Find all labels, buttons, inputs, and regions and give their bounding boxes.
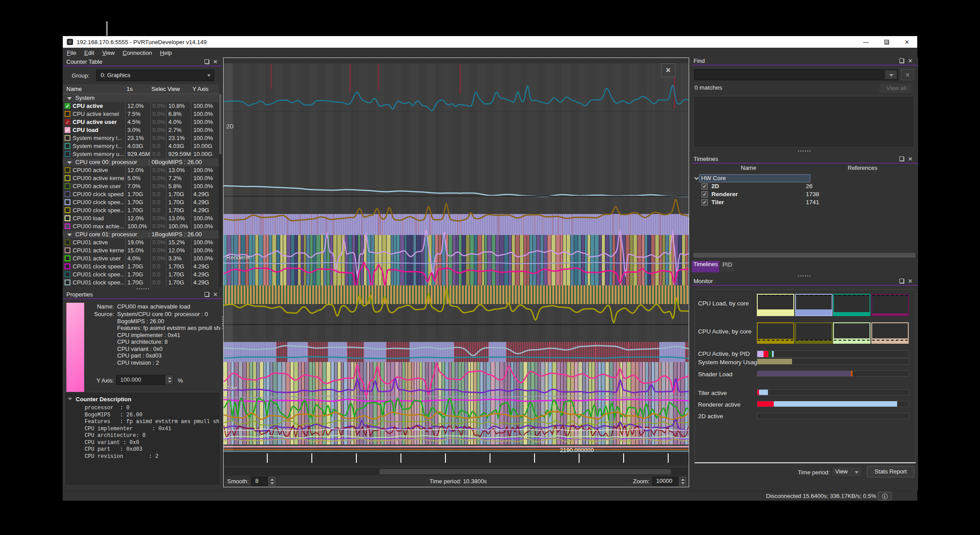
find-input[interactable] xyxy=(694,69,898,80)
timeline-row-2d[interactable]: ✓2D26 xyxy=(692,182,918,190)
counter-row[interactable]: CPU00 active12.0%0.0%13.0%100.0% xyxy=(63,166,219,174)
counter-checkbox[interactable] xyxy=(65,143,70,149)
float-icon[interactable] xyxy=(899,58,904,63)
close-icon[interactable]: ✕ xyxy=(908,156,913,161)
close-icon[interactable]: ✕ xyxy=(213,59,218,64)
find-clear-button[interactable]: ✕ xyxy=(901,69,914,80)
counter-checkbox[interactable] xyxy=(65,255,70,261)
counter-row[interactable]: CPU00 clock spee...1.70G0.01.70G4.29G xyxy=(63,206,219,214)
graph-area[interactable]: 2D Renderer Tiler ✕ 2190.000000 Smooth: … xyxy=(223,58,689,487)
tab-pid[interactable]: PID xyxy=(720,261,735,272)
timeline-checkbox[interactable]: ✓ xyxy=(702,199,708,206)
counter-checkbox[interactable] xyxy=(65,183,70,189)
zoom-input[interactable]: 10000 xyxy=(652,477,679,486)
counter-checkbox[interactable] xyxy=(65,239,70,245)
counter-checkbox[interactable] xyxy=(65,167,70,173)
menu-file[interactable]: File xyxy=(63,49,80,56)
counter-group-row[interactable]: CPU core 00: processor: 0BogoMIPS : 26.0… xyxy=(63,158,219,166)
timelines-scrollbar[interactable] xyxy=(693,252,917,258)
close-icon[interactable]: ✕ xyxy=(908,58,913,63)
time-period-combobox[interactable]: View xyxy=(831,467,862,477)
counter-row[interactable]: System memory u...929.45M0.0929.59M10.00… xyxy=(63,150,219,158)
counter-checkbox[interactable]: ✓ xyxy=(65,103,70,109)
timeline-checkbox[interactable]: ✓ xyxy=(702,183,708,189)
smooth-input[interactable]: 8 xyxy=(251,477,268,486)
splitter-handle[interactable]: •••••• xyxy=(220,316,225,330)
float-icon[interactable] xyxy=(204,292,209,297)
splitter-handle[interactable]: •••••• xyxy=(798,274,812,278)
tree-row-hwcore[interactable]: HW Core xyxy=(692,174,918,182)
close-button[interactable]: ✕ xyxy=(897,36,917,48)
close-icon[interactable]: ✕ xyxy=(213,292,218,297)
counter-row[interactable]: CPU01 clock spee...1.70G0.01.70G4.29G xyxy=(63,271,219,279)
timeline-row-renderer[interactable]: ✓Renderer1738 xyxy=(692,190,918,198)
counter-checkbox[interactable] xyxy=(65,199,70,205)
view-all-button[interactable]: View all xyxy=(879,83,914,94)
time-ruler[interactable] xyxy=(224,452,689,465)
counter-row[interactable]: System memory l...23.1%0.0%23.1%100.0% xyxy=(63,134,219,142)
zoom-spinner[interactable] xyxy=(679,477,686,486)
menu-connection[interactable]: Connection xyxy=(118,49,156,56)
yaxis-input[interactable]: 100.000 xyxy=(116,375,173,385)
collapse-triangle-icon[interactable] xyxy=(68,398,72,400)
counter-row[interactable]: ✓CPU load3.0%0.0%2.7%100.0% xyxy=(63,126,219,134)
counter-row[interactable]: CPU01 clock speed1.70G0.01.70G4.29G xyxy=(63,263,219,271)
minimize-button[interactable]: — xyxy=(856,36,876,48)
counter-checkbox[interactable] xyxy=(65,215,70,221)
counter-row[interactable]: CPU00 clock spee...1.70G0.01.70G4.29G xyxy=(63,198,219,206)
counter-row[interactable]: CPU01 active kernel15.0%0.0%12.0%100.0% xyxy=(63,247,219,255)
counter-checkbox[interactable] xyxy=(65,223,70,229)
counter-group-row[interactable]: System xyxy=(63,94,219,102)
chevron-down-icon[interactable] xyxy=(885,70,897,79)
float-icon[interactable] xyxy=(899,156,904,161)
restore-button[interactable] xyxy=(876,36,897,48)
counter-row[interactable]: CPU00 active kernel5.0%0.0%7.2%100.0% xyxy=(63,174,219,182)
timeline-row-tiler[interactable]: ✓Tiler1741 xyxy=(692,198,918,206)
counter-checkbox[interactable] xyxy=(65,175,70,181)
counter-row[interactable]: CPU01 active19.0%0.0%15.2%100.0% xyxy=(63,239,219,247)
counter-row[interactable]: System memory t...4.03G0.04.03G10.00G xyxy=(63,142,219,150)
counter-row[interactable]: ✓CPU active12.0%0.0%10.8%100.0% xyxy=(63,102,219,110)
counter-checkbox[interactable] xyxy=(65,135,70,141)
counter-row[interactable]: CPU00 clock speed1.70G0.01.70G4.29G xyxy=(63,190,219,198)
timeline-checkbox[interactable]: ✓ xyxy=(702,191,708,198)
counter-checkbox[interactable] xyxy=(65,151,70,157)
counter-row[interactable]: CPU00 max achie...100.0%0.0%100.0%100.0% xyxy=(63,222,219,230)
splitter-handle[interactable]: •••••• xyxy=(136,287,150,291)
counter-row[interactable]: CPU00 load12.0%0.0%13.0%100.0% xyxy=(63,214,219,222)
yaxis-spinner[interactable] xyxy=(166,375,173,384)
table-header[interactable]: Name 1s Selec View Y Axis xyxy=(63,84,219,94)
counter-row[interactable]: ✓CPU active user4.5%0.0%4.0%100.0% xyxy=(63,118,219,126)
counter-row[interactable]: CPU active kernel7.5%0.0%6.8%100.0% xyxy=(63,110,219,118)
timelines-header[interactable]: Name References xyxy=(692,165,918,173)
counter-checkbox[interactable] xyxy=(65,111,70,117)
splitter-handle[interactable]: •••••• xyxy=(798,149,812,153)
table-scrollbar[interactable] xyxy=(219,94,222,287)
counter-checkbox[interactable] xyxy=(65,263,70,269)
tab-timelines[interactable]: Timelines xyxy=(692,261,719,272)
menu-help[interactable]: Help xyxy=(156,49,176,56)
float-icon[interactable] xyxy=(204,59,209,64)
counter-group-row[interactable]: CPU core 01: processor: 1BogoMIPS : 26.0… xyxy=(63,230,219,239)
graph-hscrollbar[interactable] xyxy=(225,468,687,475)
graph-close-button[interactable]: ✕ xyxy=(661,63,675,77)
smooth-spinner[interactable] xyxy=(268,477,275,486)
close-icon[interactable]: ✕ xyxy=(908,279,913,284)
counter-checkbox[interactable] xyxy=(65,207,70,213)
chevron-expanded-icon[interactable] xyxy=(694,176,699,180)
counter-row[interactable]: CPU01 clock spee...1.70G0.01.70G4.29G xyxy=(63,279,219,287)
counter-checkbox[interactable]: ✓ xyxy=(65,127,70,133)
counter-row[interactable]: CPU00 active user7.0%0.0%5.8%100.0% xyxy=(63,182,219,190)
find-results-list[interactable] xyxy=(694,96,915,148)
counter-checkbox[interactable]: ✓ xyxy=(65,119,70,125)
menu-edit[interactable]: Edit xyxy=(80,49,98,56)
float-icon[interactable] xyxy=(899,279,904,284)
info-button[interactable]: i xyxy=(878,492,891,501)
stats-report-button[interactable]: Stats Report xyxy=(867,466,915,477)
counter-checkbox[interactable] xyxy=(65,247,70,253)
counter-checkbox[interactable] xyxy=(65,272,70,277)
counter-checkbox[interactable] xyxy=(65,191,70,197)
menu-view[interactable]: View xyxy=(98,49,118,56)
counter-row[interactable]: CPU01 active user4.0%0.0%3.3%100.0% xyxy=(63,255,219,263)
group-combobox[interactable]: 0: Graphics xyxy=(96,70,214,81)
